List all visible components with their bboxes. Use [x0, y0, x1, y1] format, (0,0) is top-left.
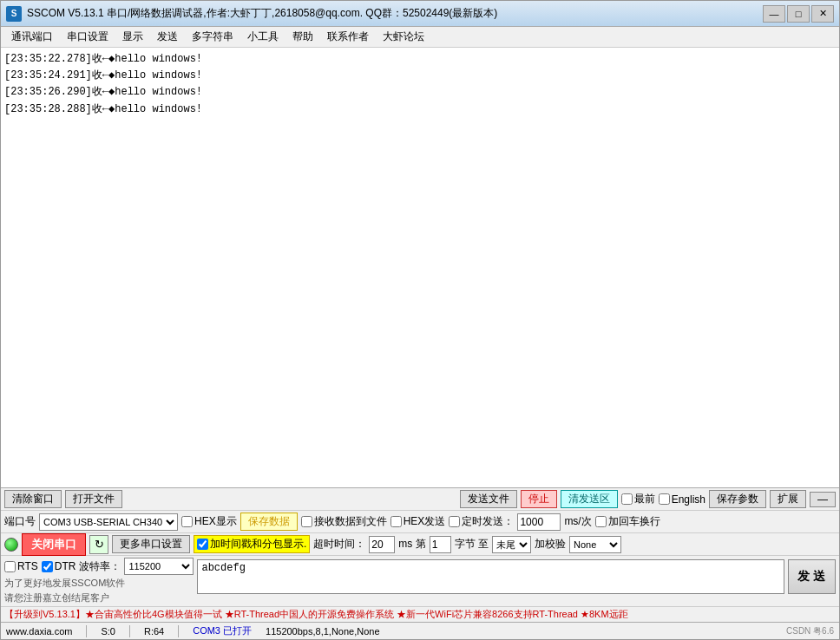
add-crlf-label[interactable]: 加回车换行: [595, 514, 660, 529]
ticker-bar: 【升级到V5.13.1】★合宙高性价比4G模块值得一试 ★RT-Thread中国…: [1, 606, 839, 622]
port-status: COM3 已打开: [193, 624, 252, 637]
save-data-button[interactable]: 保存数据: [240, 513, 298, 531]
rts-checkbox[interactable]: [4, 561, 16, 572]
hex-display-checkbox[interactable]: [181, 516, 193, 527]
timed-unit-label: ms/次: [564, 514, 591, 529]
s-status: S:0: [101, 626, 115, 637]
menu-display[interactable]: 显示: [115, 28, 150, 46]
r-status: R:64: [144, 626, 164, 637]
window-controls: — □ ✕: [763, 5, 834, 23]
timed-send-checkbox[interactable]: [449, 516, 460, 527]
output-line-1: [23:35:22.278]收←◆hello windows!: [4, 51, 836, 68]
promo-text-2: 请您注册嘉立创结尾客户: [4, 591, 109, 604]
toolbar-row-3: 关闭串口 ↻ 更多串口设置 加时间戳和分包显示. 超时时间： ms 第 字节 至…: [1, 533, 839, 556]
send-textarea[interactable]: abcdefg: [197, 559, 784, 594]
timed-send-input[interactable]: [517, 513, 561, 531]
connection-led: [4, 538, 18, 552]
port-select[interactable]: COM3 USB-SERIAL CH340: [39, 513, 178, 531]
menu-help[interactable]: 帮助: [285, 28, 320, 46]
baudrate-label: 波特率：: [79, 559, 121, 574]
send-button[interactable]: 发 送: [788, 559, 836, 594]
maximize-button[interactable]: □: [787, 5, 810, 23]
dtr-label[interactable]: DTR: [42, 560, 76, 572]
timeout-unit-label: ms 第: [398, 537, 425, 552]
clear-window-button[interactable]: 清除窗口: [4, 490, 62, 508]
send-file-button[interactable]: 发送文件: [460, 490, 517, 508]
menu-tools[interactable]: 小工具: [240, 28, 285, 46]
toolbar-row-1: 清除窗口 打开文件 发送文件 停止 清发送区 最前 English 保存参数 扩…: [1, 488, 839, 511]
menu-serial-settings[interactable]: 串口设置: [60, 28, 115, 46]
timestamp-label[interactable]: 加时间戳和分包显示.: [194, 535, 310, 553]
timed-send-label[interactable]: 定时发送：: [449, 514, 514, 529]
settings-status: 115200bps,8,1,None,None: [266, 626, 380, 637]
output-line-3: [23:35:26.290]收←◆hello windows!: [4, 84, 836, 101]
promo-text-1: 为了更好地发展SSCOM软件: [4, 577, 125, 590]
output-line-4: [23:35:28.288]收←◆hello windows!: [4, 101, 836, 118]
checksum-select[interactable]: None: [569, 536, 621, 553]
more-settings-button[interactable]: 更多串口设置: [112, 535, 190, 553]
app-icon: S: [6, 6, 22, 22]
receive-to-file-checkbox[interactable]: [301, 516, 312, 527]
byte-label: 字节 至: [455, 537, 489, 552]
hex-send-checkbox[interactable]: [390, 516, 402, 527]
menu-multi-string[interactable]: 多字符串: [185, 28, 240, 46]
status-bar: www.daxia.com S:0 R:64 COM3 已打开 115200bp…: [1, 622, 839, 639]
minus-button[interactable]: —: [810, 492, 836, 507]
expand-button[interactable]: 扩展: [770, 490, 806, 508]
english-label[interactable]: English: [659, 493, 705, 506]
clear-send-area-button[interactable]: 清发送区: [561, 490, 618, 508]
output-line-2: [23:35:24.291]收←◆hello windows!: [4, 68, 836, 84]
timestamp-checkbox[interactable]: [197, 539, 208, 550]
separator-2: [129, 625, 130, 637]
ticker-text: 【升级到V5.13.1】★合宙高性价比4G模块值得一试 ★RT-Thread中国…: [4, 608, 628, 621]
separator-1: [86, 625, 87, 637]
dtr-checkbox[interactable]: [42, 561, 53, 572]
receive-to-file-label[interactable]: 接收数据到文件: [301, 514, 387, 529]
always-on-top-label[interactable]: 最前: [621, 492, 655, 506]
timeout-label: 超时时间：: [313, 537, 365, 552]
output-area[interactable]: [23:35:22.278]收←◆hello windows! [23:35:2…: [1, 48, 839, 487]
menu-comm-port[interactable]: 通讯端口: [4, 28, 60, 46]
always-on-top-checkbox[interactable]: [621, 493, 633, 505]
send-area: abcdefg 发 送: [197, 558, 836, 596]
hex-display-label[interactable]: HEX显示: [181, 514, 237, 529]
baudrate-select[interactable]: 115200: [124, 558, 194, 575]
close-port-button[interactable]: 关闭串口: [22, 533, 86, 556]
checksum-label: 加校验: [535, 537, 566, 552]
close-button[interactable]: ✕: [811, 5, 834, 23]
position-status: CSDN 粤6.6: [786, 625, 834, 637]
hex-send-label[interactable]: HEX发送: [390, 514, 446, 529]
menu-bar: 通讯端口 串口设置 显示 发送 多字符串 小工具 帮助 联系作者 大虾论坛: [1, 27, 839, 48]
separator-3: [178, 625, 179, 637]
timeout-input[interactable]: [369, 536, 395, 553]
title-text: SSCOM V5.13.1 串口/网络数据调试器,作者:大虾丁丁,2618058…: [27, 6, 763, 21]
add-crlf-checkbox[interactable]: [595, 516, 607, 527]
main-window: S SSCOM V5.13.1 串口/网络数据调试器,作者:大虾丁丁,26180…: [0, 0, 840, 640]
title-bar: S SSCOM V5.13.1 串口/网络数据调试器,作者:大虾丁丁,26180…: [1, 1, 839, 27]
toolbar-row-2: 端口号 COM3 USB-SERIAL CH340 HEX显示 保存数据 接收数…: [1, 511, 839, 533]
save-params-button[interactable]: 保存参数: [709, 490, 766, 508]
menu-send[interactable]: 发送: [150, 28, 185, 46]
refresh-button[interactable]: ↻: [89, 535, 108, 554]
rts-label[interactable]: RTS: [4, 560, 38, 572]
menu-forum[interactable]: 大虾论坛: [376, 28, 431, 46]
english-checkbox[interactable]: [659, 493, 670, 505]
open-file-button[interactable]: 打开文件: [65, 490, 122, 508]
minimize-button[interactable]: —: [763, 5, 785, 23]
menu-contact[interactable]: 联系作者: [320, 28, 376, 46]
bottom-toolbar: 清除窗口 打开文件 发送文件 停止 清发送区 最前 English 保存参数 扩…: [1, 487, 839, 606]
stop-button[interactable]: 停止: [521, 490, 557, 508]
packet-num-input[interactable]: [430, 536, 451, 553]
port-label: 端口号: [4, 514, 36, 529]
website-status: www.daxia.com: [6, 626, 72, 637]
position-select[interactable]: 未尾: [492, 536, 531, 553]
output-area-container: [23:35:22.278]收←◆hello windows! [23:35:2…: [1, 48, 839, 487]
toolbar-row-4: RTS DTR 波特率： 115200 为了更好地发展SSCOM软件 请您注册嘉…: [1, 556, 839, 606]
